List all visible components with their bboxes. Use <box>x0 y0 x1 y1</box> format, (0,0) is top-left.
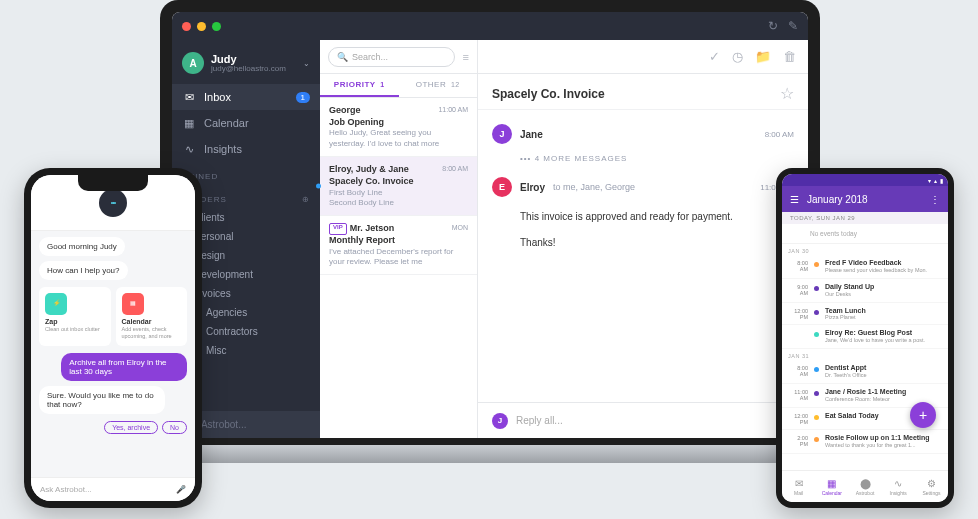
msg-from: Mr. Jetson <box>350 223 395 235</box>
insights-icon: ∿ <box>894 478 902 489</box>
event-sub: Wanted to thank you for the great 1... <box>825 442 942 449</box>
inbox-tabs: PRIORITY 1 OTHER 12 <box>320 74 477 98</box>
today-header: TODAY, SUN JAN 29 <box>782 212 948 224</box>
nav-calendar[interactable]: ▦ Calendar <box>172 110 320 136</box>
more-icon[interactable]: ⋮ <box>930 194 940 205</box>
more-messages-toggle[interactable]: ••• 4 MORE MESSAGES <box>492 148 794 173</box>
card-title: Calendar <box>122 318 182 326</box>
phone-right-frame: ▾▴▮ ☰ January 2018 ⋮ TODAY, SUN JAN 29 N… <box>776 168 954 508</box>
move-icon[interactable]: 📁 <box>755 49 771 64</box>
msg-from: George <box>329 105 361 117</box>
calendar-card[interactable]: ▦ Calendar Add events, check upcoming, a… <box>116 287 188 346</box>
reply-placeholder: Reply all... <box>516 415 773 426</box>
tab-other[interactable]: OTHER 12 <box>399 74 478 97</box>
calendar-month-label: January 2018 <box>807 194 868 205</box>
event-item[interactable]: Elroy Re: Guest Blog PostJane, We'd love… <box>782 325 948 349</box>
event-item[interactable]: 12:00 PMTeam LunchPizza Planet <box>782 303 948 325</box>
tab-priority[interactable]: PRIORITY 1 <box>320 74 399 97</box>
add-folder-icon[interactable]: ⊕ <box>302 195 310 204</box>
nav-label: Mail <box>794 490 803 496</box>
user-message: Archive all from Elroy in the last 30 da… <box>61 353 187 381</box>
message-item[interactable]: Elroy, Judy & Jane8:00 AM Spacely Co. In… <box>320 157 477 216</box>
nav-insights[interactable]: ∿Insights <box>882 471 915 502</box>
event-dot-icon <box>814 262 819 267</box>
body-line: Thanks! <box>520 235 794 251</box>
trash-icon[interactable]: 🗑 <box>783 49 796 64</box>
day-label: Jan 30 <box>782 244 948 255</box>
snooze-icon[interactable]: ◷ <box>732 49 743 64</box>
maximize-dot[interactable] <box>212 22 221 31</box>
bot-message: How can I help you? <box>39 261 128 280</box>
android-statusbar: ▾▴▮ <box>782 174 948 186</box>
no-button[interactable]: No <box>162 421 187 434</box>
event-item[interactable]: 2:00 PMRosie Follow up on 1:1 MeetingWan… <box>782 430 948 454</box>
msg-subject: Monthly Report <box>329 235 468 247</box>
chevron-down-icon[interactable]: ⌄ <box>303 59 310 68</box>
message-item[interactable]: George11:00 AM Job Opening Hello Judy, G… <box>320 98 477 157</box>
thread-message-collapsed[interactable]: J Jane 8:00 AM <box>492 120 794 148</box>
event-dot-icon <box>814 367 819 372</box>
mic-icon[interactable]: 🎤 <box>176 485 186 494</box>
event-time: 11:00 AM <box>788 388 808 401</box>
nav-settings[interactable]: ⚙Settings <box>915 471 948 502</box>
event-item[interactable]: 9:00 AMDaily Stand UpOur Desks <box>782 279 948 303</box>
close-dot[interactable] <box>182 22 191 31</box>
event-title: Dentist Appt <box>825 364 942 372</box>
event-title: Elroy Re: Guest Blog Post <box>825 329 942 337</box>
msg-time: MON <box>452 223 468 235</box>
tab-priority-count: 1 <box>380 81 384 88</box>
calendar-icon: ▦ <box>182 116 196 130</box>
nav-insights[interactable]: ∿ Insights <box>172 136 320 162</box>
insights-icon: ∿ <box>182 142 196 156</box>
search-icon: 🔍 <box>337 52 348 62</box>
zap-card[interactable]: ⚡ Zap Clean out inbox clutter <box>39 287 111 346</box>
zap-icon: ⚡ <box>45 293 67 315</box>
yes-archive-button[interactable]: Yes, archive <box>104 421 158 434</box>
avatar-icon: J <box>492 124 512 144</box>
sync-icon[interactable]: ↻ <box>768 19 778 33</box>
calendar-icon: ▦ <box>827 478 836 489</box>
bottom-nav: ✉Mail ▦Calendar ⬤Astrobot ∿Insights ⚙Set… <box>782 470 948 502</box>
check-icon[interactable]: ✓ <box>709 49 720 64</box>
nav-inbox[interactable]: ✉ Inbox 1 <box>172 84 320 110</box>
event-dot-icon <box>814 437 819 442</box>
thread-sender: Jane <box>520 129 543 140</box>
event-dot-icon <box>814 415 819 420</box>
event-sub: Our Desks <box>825 291 942 298</box>
compose-icon[interactable]: ✎ <box>788 19 798 33</box>
reply-bar[interactable]: J Reply all... ⤢ <box>478 402 808 438</box>
nav-mail[interactable]: ✉Mail <box>782 471 815 502</box>
nav-label: Settings <box>922 490 940 496</box>
card-desc: Add events, check upcoming, and more <box>122 326 182 339</box>
pin-icon[interactable]: ☆ <box>780 84 794 103</box>
profile-block[interactable]: A Judy judy@helloastro.com ⌄ <box>172 48 320 84</box>
msg-time: 11:00 AM <box>438 105 468 117</box>
nav-label: Astrobot <box>856 490 875 496</box>
menu-icon[interactable]: ☰ <box>790 194 799 205</box>
fab-add-button[interactable]: + <box>910 402 936 428</box>
event-title: Daily Stand Up <box>825 283 942 291</box>
msg-time: 8:00 AM <box>442 164 468 176</box>
profile-name: Judy <box>211 53 286 65</box>
event-time: 12:00 PM <box>788 307 808 320</box>
chat-input[interactable]: Ask Astrobot... 🎤 <box>31 477 195 501</box>
event-item[interactable]: 8:00 AMFred F Video FeedbackPlease send … <box>782 255 948 279</box>
message-item[interactable]: VIPMr. JetsonMON Monthly Report I've att… <box>320 216 477 275</box>
minimize-dot[interactable] <box>197 22 206 31</box>
nav-calendar[interactable]: ▦Calendar <box>815 471 848 502</box>
filter-icon[interactable]: ≡ <box>463 51 469 63</box>
thread-message-header[interactable]: E Elroy to me, Jane, George 11:00 AM <box>492 173 794 201</box>
signal-icon: ▴ <box>934 177 937 184</box>
nav-calendar-label: Calendar <box>204 117 249 129</box>
search-placeholder: Search... <box>352 52 388 62</box>
search-input[interactable]: 🔍 Search... <box>328 47 455 67</box>
list-toolbar: 🔍 Search... ≡ <box>320 40 477 74</box>
event-sub: Dr. Teeth's Office <box>825 372 942 379</box>
avatar-icon: E <box>492 177 512 197</box>
battery-icon: ▮ <box>940 177 943 184</box>
no-events-label: No events today <box>782 224 948 244</box>
event-time <box>788 329 808 330</box>
nav-astrobot[interactable]: ⬤Astrobot <box>848 471 881 502</box>
msg-subject: Spacely Co. Invoice <box>329 176 468 188</box>
event-item[interactable]: 8:00 AMDentist ApptDr. Teeth's Office <box>782 360 948 384</box>
